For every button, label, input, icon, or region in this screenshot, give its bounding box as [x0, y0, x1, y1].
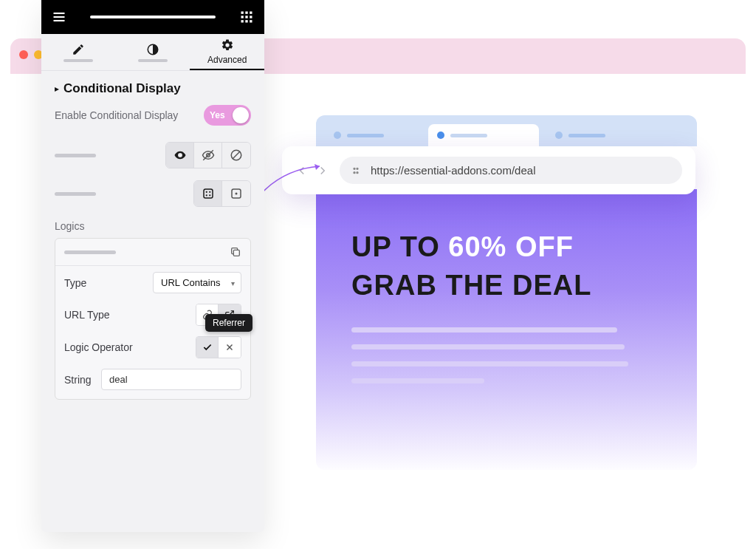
nav-forward-icon[interactable]	[316, 164, 329, 177]
tab-style[interactable]	[116, 34, 190, 70]
svg-rect-9	[241, 20, 244, 22]
browser-tab-1[interactable]	[325, 124, 421, 146]
browser-tab-2[interactable]	[428, 124, 539, 146]
svg-rect-10	[245, 20, 247, 22]
url-text: https://essential-addons.com/deal	[371, 164, 535, 177]
browser-tab-3[interactable]	[546, 124, 642, 146]
svg-rect-6	[241, 16, 244, 18]
logics-item-title-placeholder	[64, 250, 116, 254]
type-label: Type	[64, 277, 86, 289]
setting-placeholder	[55, 192, 96, 196]
logic-any-button[interactable]	[222, 181, 250, 206]
site-info-icon	[351, 165, 363, 177]
svg-point-32	[357, 171, 358, 173]
single-dot-icon	[230, 187, 243, 200]
logics-item-header[interactable]	[55, 239, 250, 266]
topbar-placeholder	[90, 16, 216, 18]
panel-topbar	[41, 0, 264, 34]
hero-banner: UP TO 60% OFF GRAB THE DEAL	[316, 189, 697, 470]
svg-point-30	[357, 168, 358, 169]
tab-content[interactable]	[41, 34, 116, 70]
svg-rect-11	[250, 20, 252, 22]
svg-rect-3	[241, 12, 244, 14]
svg-point-21	[205, 194, 207, 196]
section-title: Conditional Display	[63, 81, 181, 96]
string-label: String	[64, 374, 92, 386]
browser-tab-strip	[316, 115, 697, 146]
string-input[interactable]	[101, 369, 241, 390]
hero-highlight: 60% OFF	[448, 231, 574, 262]
svg-point-22	[209, 194, 210, 196]
operator-group	[196, 336, 241, 358]
address-bar-card: https://essential-addons.com/deal	[282, 146, 695, 194]
logic-mode-group	[193, 180, 251, 207]
hero-line2: GRAB THE DEAL	[351, 269, 662, 303]
operator-not-button[interactable]	[219, 337, 241, 358]
setting-placeholder	[55, 154, 96, 157]
hamburger-icon[interactable]	[52, 10, 66, 24]
operator-contains-button[interactable]	[196, 337, 219, 358]
tab-placeholder	[63, 59, 93, 62]
gear-icon	[221, 38, 234, 52]
type-value: URL Contains	[161, 277, 220, 288]
contrast-icon	[146, 43, 159, 56]
hero-prefix: UP TO	[351, 231, 448, 262]
traffic-light-close[interactable]	[19, 50, 28, 59]
referrer-tooltip: Referrer	[205, 314, 252, 332]
panel-tabs: Advanced	[41, 34, 264, 71]
conditional-display-toggle[interactable]: Yes	[204, 105, 251, 126]
svg-rect-18	[204, 189, 213, 198]
x-icon	[224, 342, 235, 352]
svg-rect-8	[250, 16, 252, 18]
apps-grid-icon[interactable]	[239, 10, 254, 24]
visibility-show-button[interactable]	[166, 143, 194, 168]
section-header[interactable]: ▸ Conditional Display	[55, 81, 251, 96]
svg-line-17	[233, 151, 241, 160]
toggle-state-text: Yes	[210, 110, 225, 120]
svg-point-19	[205, 191, 207, 193]
tab-advanced[interactable]: Advanced	[190, 34, 264, 70]
toggle-label: Enable Conditional Display	[55, 109, 178, 121]
eye-off-icon	[202, 149, 215, 162]
tab-placeholder	[138, 59, 168, 62]
eye-icon	[173, 149, 187, 162]
hero-text-placeholder	[351, 327, 662, 383]
tab-label: Advanced	[207, 55, 247, 65]
svg-point-20	[209, 191, 210, 193]
svg-point-13	[179, 154, 181, 157]
address-bar[interactable]: https://essential-addons.com/deal	[340, 157, 682, 184]
logics-heading: Logics	[55, 220, 251, 232]
svg-rect-4	[245, 12, 247, 14]
svg-point-24	[236, 193, 238, 195]
svg-point-31	[354, 171, 355, 173]
svg-point-29	[354, 168, 355, 169]
svg-rect-25	[233, 250, 239, 256]
nav-back-icon[interactable]	[295, 164, 309, 177]
toggle-knob	[233, 107, 249, 123]
operator-label: Logic Operator	[64, 341, 133, 353]
svg-rect-7	[245, 16, 247, 18]
caret-down-icon: ▸	[55, 83, 59, 94]
editor-panel: Advanced ▸ Conditional Display Enable Co…	[41, 0, 264, 532]
type-select[interactable]: URL Contains	[153, 272, 241, 293]
check-icon	[202, 342, 213, 352]
visibility-none-button[interactable]	[222, 143, 250, 168]
svg-rect-5	[250, 12, 252, 14]
grid-dots-icon	[202, 187, 215, 200]
visibility-hide-button[interactable]	[194, 143, 222, 168]
logic-all-button[interactable]	[194, 181, 222, 206]
visibility-mode-group	[165, 142, 251, 168]
duplicate-icon[interactable]	[230, 246, 241, 258]
url-type-label: URL Type	[64, 309, 109, 321]
ban-icon	[230, 149, 243, 162]
pencil-icon	[72, 43, 85, 56]
